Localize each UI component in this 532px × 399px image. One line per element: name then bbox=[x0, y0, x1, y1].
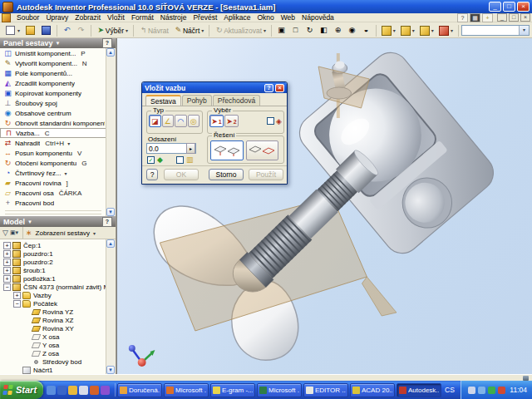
tray-icon-1[interactable] bbox=[468, 387, 475, 394]
pan-button[interactable]: ◉ bbox=[345, 23, 359, 37]
tree-item-pouzdro-2[interactable]: +pouzdro:2 bbox=[2, 258, 106, 266]
tree-item-sroub-1[interactable]: +šroub:1 bbox=[2, 266, 106, 274]
quicklaunch-icon-5[interactable] bbox=[90, 386, 99, 395]
panel-item-vazba[interactable]: ⊓Vazba...C bbox=[0, 128, 106, 138]
return-button[interactable]: ↰Návrat bbox=[136, 23, 171, 37]
panel-menu-arrow-icon[interactable]: ▼ bbox=[56, 41, 102, 46]
menu-aplikace[interactable]: Aplikace bbox=[220, 13, 254, 22]
quicklaunch-icon-1[interactable] bbox=[47, 386, 56, 395]
panel-item-obsahove-centrum[interactable]: ◉Obsahové centrum bbox=[0, 108, 106, 118]
panel-item-zrcadlit-komponenty[interactable]: ◭Zrcadlit komponenty bbox=[0, 78, 106, 88]
tree-item-x-osa[interactable]: X osa bbox=[2, 332, 106, 341]
menu-upravy[interactable]: Úpravy bbox=[42, 13, 71, 22]
panel-item-umistit-komponent[interactable]: ◫Umístit komponent...P bbox=[0, 48, 106, 58]
sketch-button[interactable]: ✎Náčrt▾ bbox=[171, 23, 206, 37]
tray-icon-2[interactable] bbox=[478, 387, 485, 394]
minimize-button[interactable]: _ bbox=[489, 2, 501, 12]
assembly-view-icon[interactable]: ∗ bbox=[26, 229, 32, 237]
expander-minus-icon[interactable]: − bbox=[13, 300, 21, 308]
expander-minus-icon[interactable]: − bbox=[3, 283, 11, 291]
open-button[interactable] bbox=[22, 23, 38, 37]
offset-flyout-icon[interactable]: ▸ bbox=[186, 143, 195, 154]
select-second-button[interactable]: ➤2 bbox=[224, 115, 239, 127]
expander-plus-icon[interactable]: + bbox=[3, 242, 11, 249]
dialog-title-bar[interactable]: Vložit vazbu ? × bbox=[142, 82, 287, 93]
tree-item-pocatek[interactable]: −Počátek bbox=[2, 299, 106, 308]
filter-icon[interactable]: ▽ bbox=[2, 229, 8, 237]
title-bar[interactable]: Autodesk Inventor Professional 10.0 SÍŤO… bbox=[0, 0, 532, 13]
tab-prechodova[interactable]: Přechodová bbox=[213, 95, 260, 106]
tray-icon-3[interactable] bbox=[488, 387, 495, 394]
tree-item-stredovy-bod[interactable]: Středový bod bbox=[2, 357, 106, 366]
tangent-icon[interactable]: ◠ bbox=[175, 115, 187, 127]
start-button[interactable]: Start bbox=[0, 381, 43, 399]
tree-item-pouzdro-1[interactable]: +pouzdro:1 bbox=[2, 249, 106, 258]
model-panel-header[interactable]: Model ▼ ? bbox=[0, 216, 116, 227]
child-restore-button[interactable]: □ bbox=[509, 13, 519, 22]
scroll-down-icon[interactable]: ▼ bbox=[106, 366, 115, 374]
task-autodesk[interactable]: Autodesk... bbox=[397, 383, 441, 397]
menu-web[interactable]: Web bbox=[278, 13, 298, 22]
tab-sestava[interactable]: Sestava bbox=[145, 95, 181, 106]
dialog-help-icon[interactable]: ? bbox=[264, 84, 273, 92]
panel-item-ctvrtinovy-rez[interactable]: ◔Čtvrtinový řez...▾ bbox=[0, 168, 106, 178]
assembly-view-label[interactable]: Zobrazení sestavy bbox=[36, 229, 90, 237]
panel-item-pracovni-bod[interactable]: +Pracovní bod bbox=[0, 198, 106, 208]
update-button[interactable]: ↻Aktualizovat▾ bbox=[212, 23, 268, 37]
scroll-up-icon[interactable]: ▲ bbox=[106, 239, 115, 248]
tree-item-rovina-yz[interactable]: Rovina YZ bbox=[2, 308, 106, 316]
close-button[interactable]: × bbox=[517, 2, 530, 12]
predict-offset-checkbox[interactable]: ✓ bbox=[147, 156, 155, 164]
combo-dropdown-icon[interactable]: ▾ bbox=[519, 26, 529, 35]
child-close-button[interactable]: × bbox=[520, 13, 530, 22]
expander-plus-icon[interactable]: + bbox=[3, 250, 11, 258]
sketch-dropdown-icon[interactable]: ▾ bbox=[201, 27, 204, 33]
dialog-help-button[interactable]: ? bbox=[146, 169, 158, 180]
orbit-button[interactable]: ↻ bbox=[303, 23, 317, 37]
render-icon[interactable]: ▦ bbox=[470, 13, 480, 22]
redo-button[interactable]: ↷ bbox=[74, 23, 88, 37]
zoom-window-button[interactable]: □ bbox=[288, 23, 303, 37]
tree-item-y-osa[interactable]: Y osa bbox=[2, 341, 106, 349]
select-first-button[interactable]: ➤1 bbox=[209, 115, 224, 127]
item-dropdown-icon[interactable]: ▾ bbox=[65, 170, 67, 176]
task-microsoft[interactable]: Microsoft ... bbox=[257, 383, 302, 397]
wireframe-display-button[interactable]: ▾ bbox=[398, 23, 417, 37]
expander-plus-icon[interactable]: + bbox=[3, 267, 11, 274]
assembly-panel-header[interactable]: Panel sestavy ▼ ? bbox=[0, 38, 116, 48]
assembly-panel-help-icon[interactable]: ? bbox=[102, 38, 112, 48]
slice-display-dropdown-icon[interactable]: ▾ bbox=[431, 27, 434, 33]
menu-nastroje[interactable]: Nástroje bbox=[157, 13, 190, 22]
cancel-button[interactable]: Storno bbox=[209, 169, 244, 180]
tree-item-podlozka-1[interactable]: +podložka:1 bbox=[2, 274, 106, 283]
panel-item-otoceni-komponentu[interactable]: ↻Otočení komponentuG bbox=[0, 158, 106, 168]
panel-item-posun-komponentu[interactable]: ↔Posun komponentuV bbox=[0, 148, 106, 158]
tree-item-cep-1[interactable]: +Čep:1 bbox=[2, 241, 106, 249]
look-at-button[interactable]: ◧ bbox=[317, 23, 331, 37]
item-dropdown-icon[interactable]: ▾ bbox=[67, 140, 70, 146]
save-button[interactable] bbox=[38, 23, 54, 37]
panel-item-obnovit-standardni-komponenty[interactable]: ↻Obnovit standardní komponenty bbox=[0, 118, 106, 128]
undo-button[interactable]: ↶ bbox=[60, 23, 74, 37]
select-dropdown-icon[interactable]: ▾ bbox=[126, 27, 128, 33]
menu-prevest[interactable]: Převést bbox=[190, 13, 220, 22]
tree-item-csn-4373-normalni-zavit-m-20-1[interactable]: −ČSN 4373 (normální závit) M 20:1 bbox=[2, 283, 106, 291]
child-minimize-button[interactable]: _ bbox=[497, 13, 507, 22]
pick-part-first-checkbox[interactable] bbox=[267, 117, 274, 125]
zoom-button[interactable]: ⊕ bbox=[331, 23, 345, 37]
menu-zobrazit[interactable]: Zobrazit bbox=[71, 13, 104, 22]
expander-plus-icon[interactable]: + bbox=[3, 275, 11, 283]
quicklaunch-icon-6[interactable] bbox=[101, 386, 110, 395]
tree-options-icon[interactable]: ▣▾ bbox=[10, 229, 18, 236]
ok-button[interactable]: OK bbox=[164, 169, 199, 180]
insert-icon[interactable]: ◎ bbox=[188, 115, 200, 127]
expander-plus-icon[interactable]: + bbox=[3, 259, 11, 266]
help-box-icon[interactable]: ? bbox=[457, 13, 468, 22]
menu-napoveda[interactable]: Nápověda bbox=[298, 13, 337, 22]
tray-icon-4[interactable] bbox=[498, 387, 505, 394]
zoom-all-button[interactable]: ▣ bbox=[274, 23, 288, 37]
slice-display-button[interactable]: ▾ bbox=[417, 23, 436, 37]
panel-item-nahradit[interactable]: ⇄NahraditCtrl+H▾ bbox=[0, 138, 106, 148]
show-preview-checkbox[interactable] bbox=[176, 156, 184, 164]
tab-pohyb[interactable]: Pohyb bbox=[182, 95, 212, 106]
